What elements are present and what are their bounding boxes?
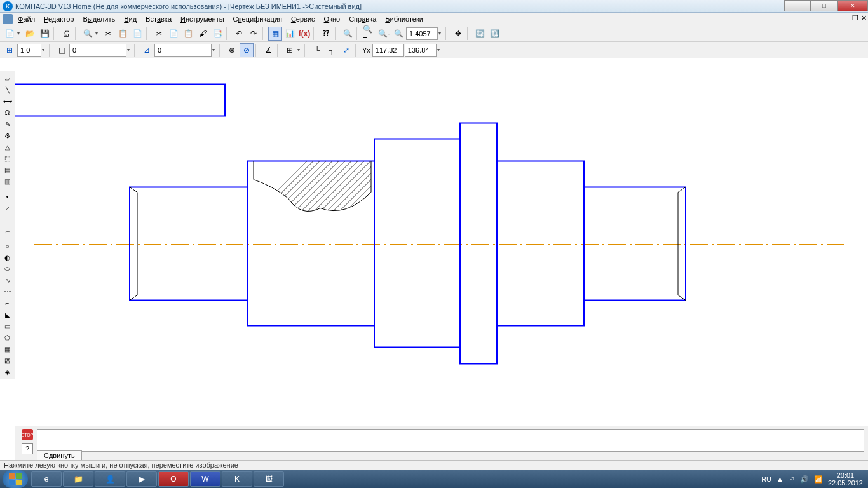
geom-dim-icon[interactable]: ⟷ [1, 95, 14, 107]
menu-spec[interactable]: Спецификация [229, 14, 286, 24]
coord-x-input[interactable] [372, 44, 404, 57]
task-ie[interactable]: e [31, 471, 62, 487]
ortho2-button[interactable]: ┐ [325, 43, 339, 57]
properties-button[interactable]: 📑 [210, 27, 224, 41]
rebuild-button[interactable]: 🔃 [487, 27, 501, 41]
maximize-button[interactable]: □ [811, 0, 837, 11]
ortho1-button[interactable]: └ [310, 43, 324, 57]
paste2-button[interactable]: 📋 [181, 27, 195, 41]
menu-select[interactable]: Выделить [79, 14, 119, 24]
variables-button[interactable]: 📊 [283, 27, 297, 41]
menu-help[interactable]: Справка [345, 14, 380, 24]
command-input[interactable] [37, 429, 864, 452]
start-button[interactable] [3, 470, 28, 488]
tool-extra-icon[interactable]: ◈ [1, 366, 14, 377]
stop-button[interactable]: STOP [22, 429, 33, 440]
task-opera[interactable]: O [158, 471, 189, 487]
preview-button[interactable]: 🔍 [81, 27, 95, 41]
refresh-button[interactable]: 🔄 [473, 27, 487, 41]
step-icon[interactable]: ⊞ [3, 43, 17, 57]
help-cursor-button[interactable]: ⁇ [319, 27, 333, 41]
ortho3-button[interactable]: ⤢ [339, 43, 353, 57]
tool-seg-icon[interactable]: — [1, 217, 14, 229]
task-media[interactable]: ▶ [126, 471, 157, 487]
layer-input[interactable] [69, 44, 126, 57]
task-word[interactable]: W [190, 471, 220, 487]
drawing-canvas[interactable] [15, 64, 868, 448]
step-input[interactable] [17, 44, 41, 57]
layer-icon[interactable]: ◫ [55, 43, 69, 57]
task-photos[interactable]: 🖼 [254, 471, 284, 487]
snap1-button[interactable]: ⊕ [225, 43, 239, 57]
geom-spec-icon[interactable]: ▤ [1, 164, 14, 175]
menu-service[interactable]: Сервис [287, 14, 319, 24]
menu-insert[interactable]: Вставка [142, 14, 175, 24]
new-button[interactable]: 📄 [3, 27, 17, 41]
close-button[interactable]: ✕ [837, 0, 868, 11]
cut2-button[interactable]: ✂ [152, 27, 166, 41]
tray-lang[interactable]: RU [761, 475, 771, 483]
view-icon[interactable]: ⊿ [140, 43, 154, 57]
tray-net-icon[interactable]: 📶 [814, 475, 823, 484]
menu-file[interactable]: Файл [14, 14, 39, 24]
print-button[interactable]: 🖨 [59, 27, 73, 41]
tray-flag-icon[interactable]: ⚐ [789, 475, 795, 484]
zoom-input[interactable] [406, 27, 438, 40]
redo-button[interactable]: ↷ [247, 27, 261, 41]
pan-button[interactable]: ✥ [451, 27, 465, 41]
grid-button[interactable]: ⊞ [283, 43, 297, 57]
zoom-in-button[interactable]: 🔍+ [362, 27, 376, 41]
geom-report-icon[interactable]: ▥ [1, 175, 14, 187]
menu-library[interactable]: Библиотеки [381, 14, 427, 24]
zoom-scale-button[interactable]: 🔍 [391, 27, 405, 41]
format-button[interactable]: 🖌 [196, 27, 210, 41]
tool-line-icon[interactable]: ⟋ [1, 202, 14, 214]
tray-clock[interactable]: 20:01 22.05.2012 [828, 471, 863, 487]
menu-editor[interactable]: Редактор [40, 14, 78, 24]
fx-button[interactable]: f(x) [297, 27, 311, 41]
zoom-window-button[interactable]: 🔍 [341, 27, 355, 41]
coord-y-input[interactable] [405, 44, 437, 57]
task-kompas[interactable]: K [222, 471, 252, 487]
geom-edit-icon[interactable]: ✎ [1, 118, 14, 130]
paste-button[interactable]: 📄 [130, 27, 144, 41]
tool-rect-icon[interactable]: ▭ [1, 320, 14, 332]
tray-up-icon[interactable]: ▲ [776, 475, 783, 483]
tool-poly-icon[interactable]: ⬠ [1, 332, 14, 343]
tool-ellipse-icon[interactable]: ⬭ [1, 263, 14, 274]
open-button[interactable]: 📂 [23, 27, 37, 41]
menu-icon[interactable] [3, 14, 13, 24]
tray-sound-icon[interactable]: 🔊 [800, 475, 809, 484]
manager-button[interactable]: ▦ [268, 27, 282, 41]
menu-view[interactable]: Вид [120, 14, 140, 24]
mdi-close[interactable]: ✕ [861, 14, 867, 22]
tool-hatch-icon[interactable]: ▨ [1, 355, 14, 366]
tool-circle2-icon[interactable]: ◐ [1, 252, 14, 263]
zoom-out-button[interactable]: 🔍- [377, 27, 391, 41]
help-button[interactable]: ? [22, 443, 33, 454]
tool-region-icon[interactable]: ▦ [1, 343, 14, 355]
geom-line-icon[interactable]: ╲ [1, 84, 14, 95]
geom-text-icon[interactable]: Ω [1, 107, 14, 118]
copy-button[interactable]: 📋 [116, 27, 130, 41]
geom-param-icon[interactable]: ⚙ [1, 130, 14, 141]
undo-button[interactable]: ↶ [232, 27, 246, 41]
tool-arc-icon[interactable]: ⌒ [1, 229, 14, 240]
tool-spline-icon[interactable]: ∿ [1, 274, 14, 286]
tool-chamfer-icon[interactable]: ◣ [1, 309, 14, 320]
task-app1[interactable]: 👤 [95, 471, 125, 487]
save-button[interactable]: 💾 [37, 27, 51, 41]
menu-window[interactable]: Окно [320, 14, 344, 24]
mdi-minimize[interactable]: ─ [844, 14, 850, 22]
view-input[interactable] [154, 44, 212, 57]
tool-circle-icon[interactable]: ○ [1, 240, 14, 252]
cut-button[interactable]: ✂ [101, 27, 115, 41]
geom-select-icon[interactable]: ⬚ [1, 152, 14, 164]
mdi-restore[interactable]: ❐ [852, 14, 858, 22]
geom-measure-icon[interactable]: △ [1, 141, 14, 152]
tool-bezier-icon[interactable]: 〰 [1, 286, 14, 297]
geom-point-icon[interactable]: ▱ [1, 72, 14, 84]
angle-button[interactable]: ∡ [261, 43, 275, 57]
minimize-button[interactable]: ─ [784, 0, 811, 11]
tool-point-icon[interactable]: • [1, 191, 14, 202]
